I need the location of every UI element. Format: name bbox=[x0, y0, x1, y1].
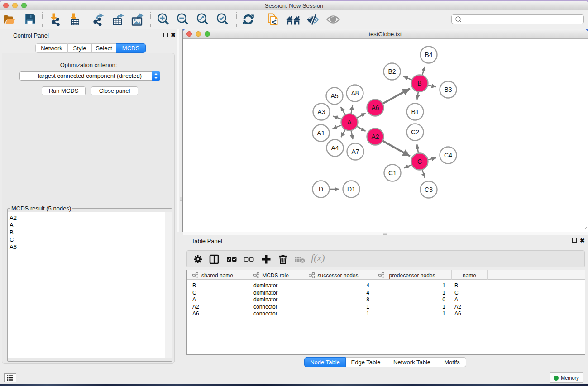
svg-text:C: C bbox=[417, 158, 422, 165]
svg-text:A1: A1 bbox=[317, 129, 325, 137]
svg-text:A6: A6 bbox=[371, 104, 379, 111]
svg-text:D1: D1 bbox=[347, 186, 355, 193]
svg-text:B2: B2 bbox=[388, 68, 396, 75]
svg-text:A: A bbox=[347, 119, 352, 126]
svg-text:C2: C2 bbox=[411, 129, 419, 136]
svg-text:B4: B4 bbox=[425, 51, 432, 58]
svg-text:A8: A8 bbox=[351, 90, 359, 97]
svg-text:A7: A7 bbox=[351, 148, 359, 155]
svg-text:C1: C1 bbox=[388, 169, 397, 176]
svg-text:C4: C4 bbox=[444, 152, 452, 159]
svg-text:B: B bbox=[417, 80, 421, 87]
svg-text:C3: C3 bbox=[425, 186, 433, 193]
svg-text:A5: A5 bbox=[330, 92, 338, 100]
svg-text:A2: A2 bbox=[371, 133, 379, 140]
svg-text:D: D bbox=[319, 186, 323, 193]
svg-text:A3: A3 bbox=[317, 108, 325, 115]
svg-text:B1: B1 bbox=[411, 108, 419, 115]
svg-text:B3: B3 bbox=[444, 86, 452, 93]
svg-text:A4: A4 bbox=[331, 144, 339, 152]
